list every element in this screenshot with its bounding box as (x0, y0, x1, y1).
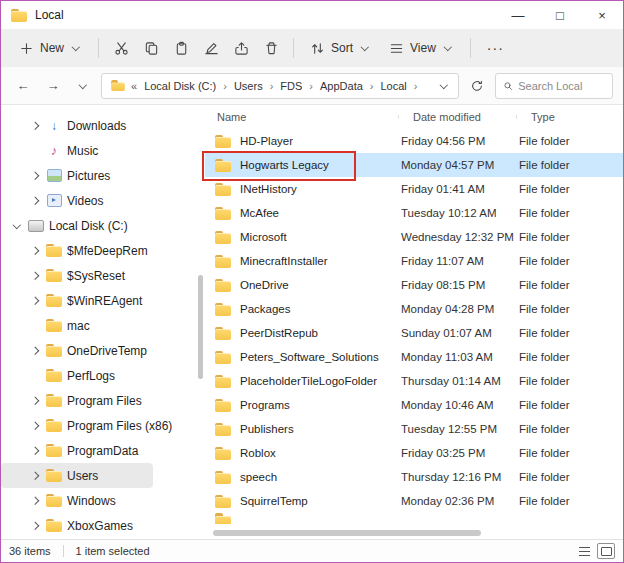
breadcrumb-separator-icon[interactable]: › (265, 80, 279, 92)
column-header[interactable]: Name (205, 111, 401, 123)
cut-button[interactable] (107, 34, 135, 62)
copy-button[interactable] (137, 34, 165, 62)
expand-chevron-icon[interactable] (29, 195, 41, 207)
expand-chevron-icon[interactable] (29, 320, 41, 332)
expand-chevron-icon[interactable] (11, 220, 23, 232)
expand-chevron-icon[interactable] (29, 495, 41, 507)
folder-icon (215, 423, 231, 436)
file-row[interactable]: HD-Player Friday 04:56 PM File folder (205, 129, 623, 153)
search-input[interactable] (518, 80, 605, 92)
breadcrumb-item[interactable]: FDS (278, 78, 304, 94)
address-box[interactable]: « Local Disk (C:) › Users › FDS (101, 73, 459, 99)
paste-button[interactable] (167, 34, 195, 62)
share-button[interactable] (227, 34, 255, 62)
breadcrumb-separator-icon[interactable]: › (409, 80, 423, 92)
maximize-button[interactable]: □ (539, 1, 581, 29)
sidebar-item[interactable]: ProgramData (1, 438, 201, 463)
expand-chevron-icon[interactable] (29, 295, 41, 307)
sidebar-item[interactable]: XboxGames (1, 513, 201, 538)
expand-chevron-icon[interactable] (29, 445, 41, 457)
details-view-icon[interactable] (575, 543, 593, 559)
expand-chevron-icon[interactable] (29, 420, 41, 432)
address-dropdown-icon[interactable] (438, 80, 450, 92)
file-row[interactable]: Roblox Friday 03:25 PM File folder (205, 441, 623, 465)
file-row[interactable]: Peters_Software_Solutions Monday 11:03 A… (205, 345, 623, 369)
sidebar-item[interactable]: Pictures (1, 163, 201, 188)
sidebar-item-label: $SysReset (67, 269, 125, 283)
sidebar-item[interactable]: Music (1, 138, 201, 163)
file-row[interactable]: MinecraftInstaller Friday 11:07 AM File … (205, 249, 623, 273)
expand-chevron-icon[interactable] (29, 270, 41, 282)
recent-locations-button[interactable] (71, 74, 95, 98)
forward-button[interactable]: → (41, 74, 65, 98)
large-icons-view-icon[interactable] (597, 543, 615, 559)
file-row[interactable]: SquirrelTemp Monday 02:36 PM File folder (205, 489, 623, 513)
see-more-button[interactable]: ··· (479, 34, 512, 62)
file-row[interactable]: Programs Monday 10:46 AM File folder (205, 393, 623, 417)
rename-button[interactable] (197, 34, 225, 62)
file-row[interactable]: OneDrive Friday 08:15 PM File folder (205, 273, 623, 297)
file-list-pane: Name Date modified Type HD-Player Friday… (201, 105, 623, 539)
breadcrumb-item[interactable]: Local (378, 78, 408, 94)
sidebar-item[interactable]: Users (1, 463, 153, 488)
name-cell: Peters_Software_Solutions (205, 351, 401, 364)
expand-chevron-icon[interactable] (29, 345, 41, 357)
expand-chevron-icon[interactable] (29, 120, 41, 132)
breadcrumb-item[interactable]: Local Disk (C:) (142, 78, 218, 94)
expand-chevron-icon[interactable] (29, 470, 41, 482)
expand-chevron-icon[interactable] (29, 395, 41, 407)
file-row[interactable]: speech Thursday 12:16 PM File folder (205, 465, 623, 489)
breadcrumb-separator-icon[interactable]: › (365, 80, 379, 92)
back-button[interactable]: ← (11, 74, 35, 98)
path-overflow-button[interactable]: « (131, 80, 137, 92)
view-button[interactable]: View (381, 34, 462, 62)
expand-chevron-icon[interactable] (29, 245, 41, 257)
sidebar-item[interactable]: $SysReset (1, 263, 201, 288)
sidebar-item[interactable]: Local Disk (C:) (1, 213, 201, 238)
column-header[interactable]: Date modified (401, 111, 519, 123)
file-name: SquirrelTemp (240, 495, 308, 507)
sidebar-item[interactable]: Downloads (1, 113, 201, 138)
file-row[interactable]: Packages Monday 04:28 PM File folder (205, 297, 623, 321)
file-row[interactable]: Publishers Tuesday 12:55 PM File folder (205, 417, 623, 441)
breadcrumb-item[interactable]: Users (232, 78, 265, 94)
sidebar-item[interactable]: Program Files (x86) (1, 413, 201, 438)
expand-chevron-icon[interactable] (29, 370, 41, 382)
file-name: Publishers (240, 423, 294, 435)
file-row[interactable]: Hogwarts Legacy Monday 04:57 PM File fol… (205, 153, 623, 177)
breadcrumb-item[interactable]: AppData (318, 78, 365, 94)
sidebar-item-label: mac (67, 319, 90, 333)
sidebar-item[interactable]: Videos (1, 188, 201, 213)
expand-chevron-icon[interactable] (29, 520, 41, 532)
item-icon (46, 394, 62, 408)
file-row[interactable]: Microsoft Wednesday 12:32 PM File folder (205, 225, 623, 249)
minimize-button[interactable]: — (497, 1, 539, 29)
sort-button-label: Sort (331, 41, 353, 55)
sidebar-item[interactable]: mac (1, 313, 201, 338)
toolbar-separator (293, 38, 294, 58)
sidebar-item[interactable]: $MfeDeepRem (1, 238, 201, 263)
file-row[interactable]: PeerDistRepub Sunday 01:07 AM File folde… (205, 321, 623, 345)
sidebar-item[interactable]: Program Files (1, 388, 201, 413)
file-row[interactable]: McAfee Tuesday 10:12 AM File folder (205, 201, 623, 225)
file-row[interactable]: PlaceholderTileLogoFolder Thursday 01:14… (205, 369, 623, 393)
new-button[interactable]: New (11, 34, 90, 62)
horizontal-scrollbar-thumb[interactable] (213, 530, 481, 536)
expand-chevron-icon[interactable] (29, 145, 41, 157)
close-button[interactable]: × (581, 1, 623, 29)
sidebar-item[interactable]: OneDriveTemp (1, 338, 201, 363)
column-header[interactable]: Type (519, 111, 623, 123)
file-row[interactable]: INetHistory Friday 01:41 AM File folder (205, 177, 623, 201)
partially-visible-row[interactable] (205, 513, 623, 524)
search-box[interactable] (495, 73, 613, 99)
sort-button[interactable]: Sort (302, 34, 379, 62)
delete-button[interactable] (257, 34, 285, 62)
sidebar-item[interactable]: Windows (1, 488, 201, 513)
breadcrumb-separator-icon[interactable]: › (218, 80, 232, 92)
breadcrumb-separator-icon[interactable]: › (304, 80, 318, 92)
sidebar-item[interactable]: $WinREAgent (1, 288, 201, 313)
expand-chevron-icon[interactable] (29, 170, 41, 182)
sidebar-item[interactable]: PerfLogs (1, 363, 201, 388)
refresh-button[interactable] (465, 74, 489, 98)
horizontal-scrollbar[interactable] (205, 527, 623, 539)
